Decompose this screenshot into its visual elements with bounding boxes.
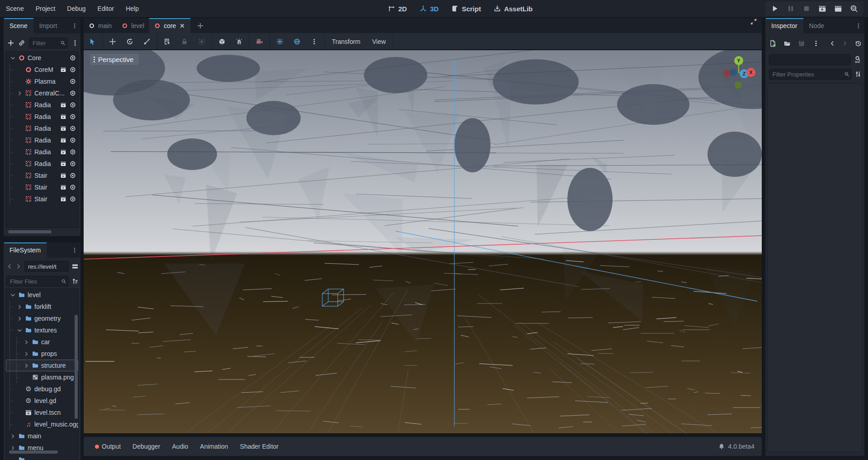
play-custom-scene-button[interactable]: [834, 5, 842, 13]
visibility-toggle-button[interactable]: [70, 149, 76, 155]
new-scene-tab-button[interactable]: [190, 18, 210, 33]
stop-button[interactable]: [802, 5, 811, 13]
expander-right-icon[interactable]: [24, 339, 29, 345]
viewport-3d[interactable]: Perspective ZXY: [84, 50, 762, 433]
toggle-environment-button[interactable]: [288, 33, 306, 50]
open-in-editor-button[interactable]: [60, 172, 66, 179]
scene-tree-row[interactable]: Stair: [6, 193, 78, 205]
visibility-toggle-button[interactable]: [70, 161, 76, 167]
filesystem-dock-tabstrip-options[interactable]: [71, 242, 80, 258]
filesystem-tree-row[interactable]: props: [6, 348, 78, 360]
bottom-tab-output[interactable]: Output: [89, 437, 127, 456]
menu-project[interactable]: Project: [30, 0, 61, 17]
filesystem-tree-row[interactable]: ⚙debug.gd: [6, 383, 78, 395]
rotate-mode-button[interactable]: [121, 33, 138, 50]
group-selected-button[interactable]: [193, 33, 210, 50]
snap-object-to-floor-button[interactable]: [213, 33, 231, 50]
visibility-toggle-button[interactable]: [70, 90, 76, 96]
open-in-editor-button[interactable]: [60, 66, 66, 73]
open-in-editor-button[interactable]: [60, 149, 66, 155]
visibility-toggle-button[interactable]: [70, 55, 76, 61]
play-scene-button[interactable]: [818, 5, 826, 13]
transform-menu[interactable]: Transform: [326, 38, 366, 45]
fs-back-button[interactable]: [6, 263, 13, 270]
notification-bell-icon[interactable]: [718, 443, 725, 450]
open-in-editor-button[interactable]: [60, 161, 66, 167]
expander-right-icon[interactable]: [17, 316, 23, 322]
visibility-toggle-button[interactable]: [70, 196, 76, 202]
visibility-toggle-button[interactable]: [70, 102, 76, 108]
filesystem-tree-row[interactable]: [6, 454, 78, 460]
fs-hscrollbar[interactable]: [9, 451, 58, 454]
visibility-toggle-button[interactable]: [70, 172, 76, 179]
scene-dock-tab-import[interactable]: Import: [33, 18, 63, 33]
play-button[interactable]: [771, 5, 779, 13]
menu-scene[interactable]: Scene: [0, 0, 30, 17]
fs-forward-button[interactable]: [15, 263, 22, 270]
open-in-editor-button[interactable]: [60, 196, 66, 202]
scene-tree-row[interactable]: Radia: [6, 99, 78, 111]
expander-right-icon[interactable]: [17, 90, 23, 96]
object-name-field[interactable]: [769, 54, 851, 65]
history-forward-button[interactable]: [839, 35, 851, 52]
expander-right-icon[interactable]: [17, 304, 23, 310]
sun-environment-options-button[interactable]: [306, 33, 323, 50]
inspector-dock-tab-inspector[interactable]: Inspector: [765, 18, 803, 33]
scene-tab-main[interactable]: main: [84, 18, 117, 33]
visibility-toggle-button[interactable]: [70, 137, 76, 143]
expander-down-icon[interactable]: [10, 55, 16, 61]
inspector-dock-tab-node[interactable]: Node: [803, 18, 830, 33]
scene-tree-row[interactable]: Radia: [6, 158, 78, 170]
property-tools-icon[interactable]: [854, 71, 862, 78]
bottom-tab-animation[interactable]: Animation: [194, 437, 234, 456]
new-resource-button[interactable]: [769, 35, 780, 52]
load-resource-button[interactable]: [780, 35, 794, 52]
select-mode-button[interactable]: [84, 33, 101, 50]
history-button[interactable]: [851, 35, 862, 52]
scene-tree-row[interactable]: Core: [6, 52, 78, 64]
filesystem-tree-row[interactable]: forklift: [6, 301, 78, 313]
filesystem-dock-tab-filesystem[interactable]: FileSystem: [4, 242, 47, 258]
scene-dock-tabstrip-options[interactable]: [71, 18, 80, 33]
switcher-2d[interactable]: 2D: [388, 5, 407, 13]
expander-down-icon[interactable]: [17, 327, 23, 333]
open-in-editor-button[interactable]: [60, 102, 66, 108]
fs-vscrollbar[interactable]: [75, 315, 78, 419]
history-back-button[interactable]: [826, 35, 839, 52]
filesystem-tree-row[interactable]: structure: [6, 360, 78, 371]
open-in-editor-button[interactable]: [60, 114, 66, 120]
open-documentation-button[interactable]: DOC: [854, 56, 862, 64]
toggle-sun-button[interactable]: [271, 33, 288, 50]
use-snap-button[interactable]: [231, 33, 248, 50]
resource-options-button[interactable]: [809, 35, 823, 52]
scene-tree-row[interactable]: CentralC...: [6, 87, 78, 99]
bottom-tab-shader-editor[interactable]: Shader Editor: [234, 437, 285, 456]
expander-right-icon[interactable]: [24, 351, 29, 357]
menu-debug[interactable]: Debug: [61, 0, 91, 17]
perspective-menu[interactable]: Perspective: [90, 54, 139, 65]
filesystem-tree-row[interactable]: textures: [6, 324, 78, 336]
menu-help[interactable]: Help: [120, 0, 145, 17]
visibility-toggle-button[interactable]: [70, 114, 76, 120]
scene-tree-row[interactable]: Radia: [6, 111, 78, 123]
fs-sort-button[interactable]: [71, 278, 79, 285]
open-in-editor-button[interactable]: [60, 137, 66, 143]
filesystem-tree-row[interactable]: level.tscn: [6, 407, 78, 418]
scene-tree-row[interactable]: Stair: [6, 181, 78, 193]
lock-selected-button[interactable]: [176, 33, 193, 50]
fs-split-mode-button[interactable]: [71, 263, 79, 270]
visibility-toggle-button[interactable]: [70, 125, 76, 132]
scene-tree-row[interactable]: CoreM: [6, 64, 78, 76]
viewport-canvas[interactable]: [84, 50, 762, 433]
scene-tree-row[interactable]: Stair: [6, 170, 78, 181]
scene-tree-row[interactable]: Radia: [6, 134, 78, 146]
expander-right-icon[interactable]: [10, 445, 16, 451]
scene-tab-core[interactable]: core: [149, 18, 190, 33]
expander-down-icon[interactable]: [10, 292, 16, 298]
scene-dock-tab-scene[interactable]: Scene: [4, 18, 33, 33]
switcher-script[interactable]: Script: [451, 5, 481, 13]
open-in-editor-button[interactable]: [60, 184, 66, 190]
switcher-assetlib[interactable]: AssetLib: [494, 5, 533, 13]
move-mode-button[interactable]: [104, 33, 121, 50]
filesystem-tree-row[interactable]: geometry: [6, 313, 78, 324]
